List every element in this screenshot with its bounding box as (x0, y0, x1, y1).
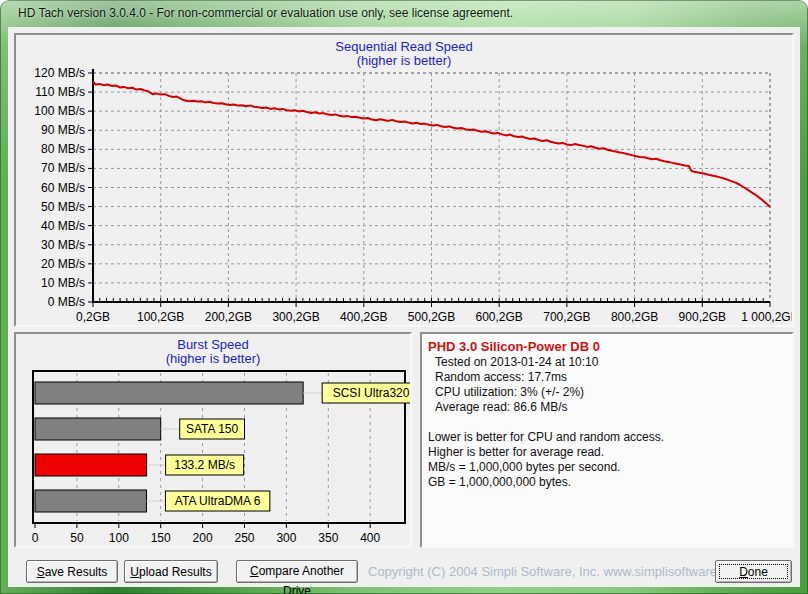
done-label: D (739, 565, 748, 579)
x-axis-tick-10: 1 000,2GB (741, 310, 792, 324)
burst-label-3: ATA UltraDMA 6 (175, 494, 261, 508)
burst-label-1: SATA 150 (186, 422, 239, 436)
client-area: Sequential Read Speed (higher is better)… (8, 27, 800, 587)
compare-label-rest: ompare Another Drive (259, 564, 344, 594)
test-details: Tested on 2013-01-24 at 10:10Random acce… (428, 355, 786, 415)
burst-x-tick-200: 200 (193, 531, 213, 545)
burst-x-tick-100: 100 (109, 531, 129, 545)
x-axis-tick-8: 800,2GB (611, 310, 658, 324)
compare-another-drive-button[interactable]: Compare Another Drive (236, 560, 358, 583)
x-axis-tick-1: 100,2GB (137, 310, 184, 324)
y-axis-tick-90: 90 MB/s (41, 123, 85, 137)
burst-label-0: SCSI Ultra320 (333, 386, 410, 400)
y-axis-tick-30: 30 MB/s (41, 238, 85, 252)
sequential-read-chart: 120 MB/s110 MB/s100 MB/s90 MB/s80 MB/s70… (16, 35, 792, 325)
spacer (428, 415, 786, 430)
y-axis-tick-120: 120 MB/s (34, 66, 85, 80)
detail-line-2: CPU utilization: 3% (+/- 2%) (435, 385, 786, 400)
burst-x-tick-0: 0 (32, 531, 39, 545)
y-axis-tick-40: 40 MB/s (41, 219, 85, 233)
burst-x-tick-400: 400 (360, 531, 380, 545)
detail-line-0: Tested on 2013-01-24 at 10:10 (435, 355, 786, 370)
note-line-0: Lower is better for CPU and random acces… (428, 430, 786, 445)
burst-bar-2 (35, 454, 147, 476)
hd-tach-window: HD Tach version 3.0.4.0 - For non-commer… (0, 0, 808, 594)
y-axis-tick-10: 10 MB/s (41, 276, 85, 290)
title-bar[interactable]: HD Tach version 3.0.4.0 - For non-commer… (0, 0, 808, 27)
x-axis-tick-5: 500,2GB (408, 310, 455, 324)
x-axis-tick-3: 300,2GB (272, 310, 319, 324)
x-axis-tick-9: 900,2GB (679, 310, 726, 324)
x-axis-tick-6: 600,2GB (476, 310, 523, 324)
done-label-rest: one (748, 565, 768, 579)
burst-x-tick-250: 250 (234, 531, 254, 545)
note-line-1: Higher is better for average read. (428, 445, 786, 460)
x-axis-tick-4: 400,2GB (340, 310, 387, 324)
burst-bar-0 (35, 382, 303, 404)
compare-label: C (250, 564, 259, 578)
y-axis-tick-20: 20 MB/s (41, 257, 85, 271)
copyright-text: Copyright (C) 2004 Simpli Software, Inc.… (368, 564, 708, 579)
y-axis-tick-110: 110 MB/s (35, 85, 85, 99)
burst-x-tick-150: 150 (151, 531, 171, 545)
y-axis-tick-70: 70 MB/s (41, 161, 85, 175)
burst-x-tick-50: 50 (70, 531, 84, 545)
y-axis-tick-80: 80 MB/s (41, 142, 85, 156)
burst-bar-1 (35, 418, 161, 440)
save-results-button[interactable]: Save Results (26, 560, 118, 583)
sequential-read-panel: Sequential Read Speed (higher is better)… (14, 33, 794, 327)
upload-results-label-rest: pload Results (139, 565, 212, 579)
burst-speed-chart: 050100150200250300350400SCSI Ultra320SAT… (16, 334, 410, 546)
save-results-label-rest: ave Results (45, 565, 108, 579)
y-axis-tick-100: 100 MB/s (34, 104, 85, 118)
x-axis-tick-7: 700,2GB (543, 310, 590, 324)
save-results-label: S (37, 565, 45, 579)
legend-notes: Lower is better for CPU and random acces… (428, 430, 786, 490)
burst-x-tick-300: 300 (276, 531, 296, 545)
burst-x-tick-350: 350 (318, 531, 338, 545)
upload-results-label: U (130, 565, 139, 579)
burst-speed-panel: Burst Speed (higher is better) 050100150… (14, 332, 412, 548)
y-axis-tick-60: 60 MB/s (41, 181, 85, 195)
detail-line-3: Average read: 86.6 MB/s (435, 400, 786, 415)
burst-bar-3 (35, 490, 146, 512)
results-info-panel: PHD 3.0 Silicon-Power DB 0 Tested on 201… (420, 332, 794, 548)
note-line-2: MB/s = 1,000,000 bytes per second. (428, 460, 786, 475)
detail-line-1: Random access: 17.7ms (435, 370, 786, 385)
drive-name: PHD 3.0 Silicon-Power DB 0 (428, 339, 786, 355)
x-axis-tick-0: 0,2GB (76, 310, 110, 324)
burst-label-2: 133.2 MB/s (174, 458, 235, 472)
y-axis-tick-50: 50 MB/s (41, 200, 85, 214)
note-line-3: GB = 1,000,000,000 bytes. (428, 475, 786, 490)
x-axis-tick-2: 200,2GB (205, 310, 252, 324)
done-button[interactable]: Done (715, 560, 792, 583)
y-axis-tick-0: 0 MB/s (48, 295, 85, 309)
window-title: HD Tach version 3.0.4.0 - For non-commer… (18, 0, 513, 26)
upload-results-button[interactable]: Upload Results (124, 560, 218, 583)
